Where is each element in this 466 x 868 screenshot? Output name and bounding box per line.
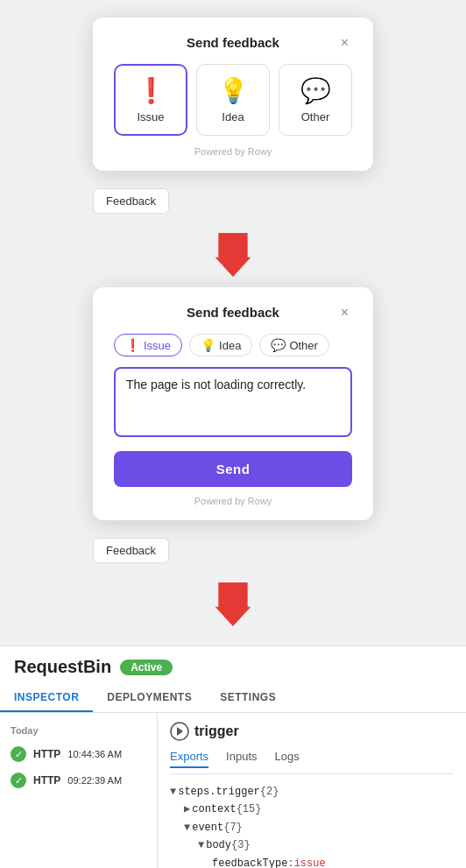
card-title-2: Send feedback (187, 305, 279, 320)
feedback-tab-1[interactable]: Feedback (93, 188, 169, 214)
expand-context[interactable]: ▶ (184, 801, 190, 818)
export-tab-inputs[interactable]: Inputs (226, 750, 257, 768)
requestbin-header: RequestBin Active (0, 646, 466, 684)
idea-icon: 💡 (218, 76, 249, 105)
issue-icon: ❗ (136, 76, 166, 105)
send-button[interactable]: Send (114, 451, 352, 487)
list-item-1[interactable]: ✓ HTTP 09:22:39 AM (0, 767, 157, 794)
feedback-textarea[interactable] (114, 367, 352, 437)
arrow-2 (0, 572, 466, 637)
trigger-label: trigger (194, 723, 239, 739)
svg-marker-0 (215, 233, 251, 277)
type-button-idea[interactable]: 💡 Idea (196, 64, 270, 136)
time-0: 10:44:36 AM (67, 749, 122, 759)
powered-by-1: Powered by Rowy (114, 146, 352, 157)
trigger-icon (170, 722, 189, 741)
main-content-row: Today ✓ HTTP 10:44:36 AM ✓ HTTP 09:22:39… (0, 713, 466, 868)
chip-other-label: Other (289, 339, 318, 352)
other-label: Other (301, 110, 330, 123)
left-list: Today ✓ HTTP 10:44:36 AM ✓ HTTP 09:22:39… (0, 713, 158, 868)
list-section-title: Today (0, 722, 157, 741)
time-1: 09:22:39 AM (67, 775, 122, 786)
powered-by-2: Powered by Rowy (114, 496, 352, 506)
chip-idea-icon: 💡 (201, 338, 215, 352)
feedback-card-1: Send feedback × ❗ Issue 💡 Idea 💬 Other P… (93, 18, 373, 171)
list-item-0[interactable]: ✓ HTTP 10:44:36 AM (0, 741, 157, 767)
type-buttons: ❗ Issue 💡 Idea 💬 Other (114, 64, 352, 136)
tree-event: ▼ event {7} (170, 819, 454, 836)
expand-event[interactable]: ▼ (184, 819, 190, 836)
active-badge: Active (120, 660, 173, 675)
close-button-2[interactable]: × (337, 304, 352, 321)
section-middle: Send feedback × ❗ Issue 💡 Idea 💬 Other S… (0, 287, 466, 572)
chip-other-icon: 💬 (271, 338, 286, 352)
tree-context: ▶ context {15} (170, 801, 454, 818)
nav-tab-settings[interactable]: SETTINGS (206, 684, 290, 712)
type-button-other[interactable]: 💬 Other (279, 64, 352, 136)
tab-chip-issue[interactable]: ❗ Issue (114, 334, 182, 356)
method-0: HTTP (33, 748, 60, 760)
close-button-1[interactable]: × (337, 34, 352, 52)
requestbin-section: RequestBin Active INSPECTOR DEPLOYMENTS … (0, 646, 466, 868)
type-button-issue[interactable]: ❗ Issue (114, 64, 187, 136)
trigger-header: trigger (170, 722, 454, 741)
requestbin-title: RequestBin (14, 657, 111, 677)
section-top: Send feedback × ❗ Issue 💡 Idea 💬 Other P… (0, 0, 466, 222)
expand-body[interactable]: ▼ (198, 836, 204, 854)
expand-root[interactable]: ▼ (170, 783, 176, 801)
chip-issue-label: Issue (144, 339, 171, 352)
check-icon-1: ✓ (11, 773, 26, 788)
chip-issue-icon: ❗ (125, 338, 140, 352)
other-icon: 💬 (300, 76, 331, 105)
issue-label: Issue (137, 110, 164, 123)
card-header-2: Send feedback × (114, 305, 352, 320)
tab-chip-other[interactable]: 💬 Other (259, 334, 329, 356)
check-icon-0: ✓ (11, 746, 26, 762)
chip-idea-label: Idea (219, 339, 241, 352)
nav-tabs-row: INSPECTOR DEPLOYMENTS SETTINGS (0, 684, 466, 713)
right-panel: trigger Exports Inputs Logs ▼ steps.trig… (158, 713, 466, 868)
idea-label: Idea (222, 110, 244, 123)
feedback-tab-2[interactable]: Feedback (93, 538, 169, 563)
nav-tab-inspector[interactable]: INSPECTOR (0, 684, 93, 712)
nav-tab-deployments[interactable]: DEPLOYMENTS (93, 684, 206, 712)
tree-root: ▼ steps.trigger {2} (170, 783, 454, 801)
export-tabs: Exports Inputs Logs (170, 750, 454, 774)
method-1: HTTP (33, 774, 60, 787)
tab-chip-idea[interactable]: 💡 Idea (189, 334, 252, 356)
arrow-1 (0, 222, 466, 287)
code-tree: ▼ steps.trigger {2} ▶ context {15} ▼ eve… (170, 783, 454, 868)
tree-feedbacktype: feedbackType : issue (170, 855, 454, 868)
export-tab-logs[interactable]: Logs (275, 750, 300, 768)
card-header-1: Send feedback × (114, 35, 352, 50)
card-title-1: Send feedback (187, 35, 279, 50)
export-tab-exports[interactable]: Exports (170, 750, 208, 768)
feedback-card-2: Send feedback × ❗ Issue 💡 Idea 💬 Other S… (93, 287, 373, 520)
tab-row: ❗ Issue 💡 Idea 💬 Other (114, 334, 352, 356)
svg-marker-1 (215, 582, 251, 626)
tree-body: ▼ body {3} (170, 836, 454, 854)
